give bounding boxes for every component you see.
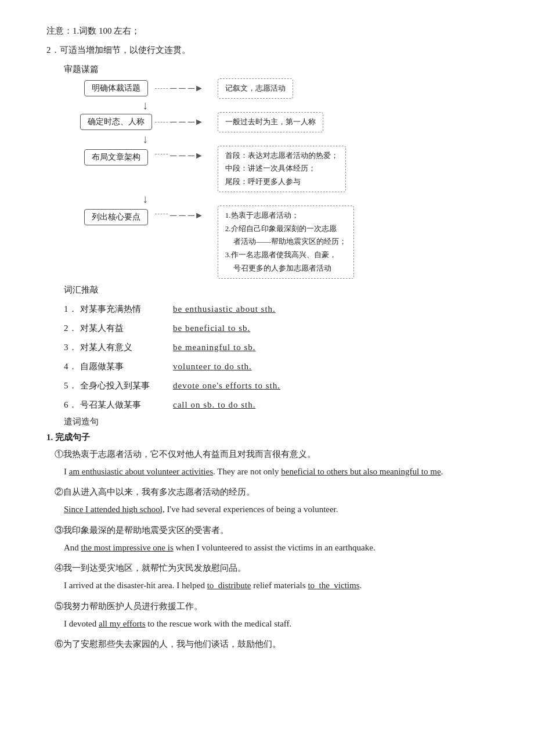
- vocab-cn-1: 对某事充满热情: [80, 301, 173, 317]
- flow-right-3-line3: 尾段：呼吁更多人参与: [225, 175, 338, 189]
- arrow-down-3-wrap: ↓: [78, 192, 456, 206]
- horiz-dash-4: [155, 214, 168, 214]
- vocab-list: 1． 对某事充满热情 be enthusiastic about sth. 2．…: [64, 301, 488, 413]
- sentence-5-en: I devoted all my efforts to the rescue w…: [46, 615, 488, 632]
- arrow-right-4: ─ ─ ─►: [170, 210, 204, 221]
- sentence-1-underline-1: am enthusiastic about volunteer activiti…: [69, 467, 213, 476]
- sentence-6-cn: ⑥为了安慰那些失去家园的人，我与他们谈话，鼓励他们。: [55, 636, 488, 652]
- arrow-down-3: ↓: [142, 192, 148, 206]
- sentence-3-cn: ③我印象最深的是帮助地震受灾区的受害者。: [55, 523, 488, 538]
- vocab-item-3: 3． 对某人有意义 be meaningful to sb.: [64, 340, 488, 355]
- sentence-4-underline-1: to distribute: [207, 581, 251, 590]
- sentence-2: ②自从进入高中以来，我有多次志愿者活动的经历。 Since I attended…: [46, 484, 488, 518]
- arrow-down-2: ↓: [142, 132, 148, 146]
- complete-title: 1. 完成句子: [46, 432, 488, 443]
- flow-box-2-wrap: 确定时态、人称: [78, 114, 154, 130]
- complete-sentences: 1. 完成句子 ①我热衷于志愿者活动，它不仅对他人有益而且对我而言很有意义。 I…: [46, 432, 488, 653]
- flow-right-2: 一般过去时为主，第一人称: [218, 112, 323, 132]
- arrow-right-3: ─ ─ ─►: [170, 150, 204, 161]
- shenti-title: 审题谋篇: [64, 64, 488, 75]
- sentence-2-cn: ②自从进入高中以来，我有多次志愿者活动的经历。: [55, 484, 488, 500]
- vocab-cn-3: 对某人有意义: [80, 340, 173, 355]
- horiz-dash-1: [155, 88, 168, 89]
- flow-box-3-wrap: 布局文章架构: [78, 146, 154, 165]
- vocab-item-6: 6． 号召某人做某事 call on sb. to do sth.: [64, 397, 488, 413]
- flow-right-4: 1.热衷于志愿者活动； 2.介绍自己印象最深刻的一次志愿 者活动——帮助地震灾区…: [218, 206, 354, 279]
- arrow-right-2: ─ ─ ─►: [170, 117, 204, 127]
- sentence-1-en: I am enthusiastic about volunteer activi…: [46, 463, 488, 480]
- flow-right-3-line2: 中段：讲述一次具体经历；: [225, 162, 338, 175]
- arrow-right-1: ─ ─ ─►: [170, 83, 204, 93]
- vocab-item-1: 1． 对某事充满热情 be enthusiastic about sth.: [64, 301, 488, 317]
- vocab-en-6: call on sb. to do sth.: [173, 397, 255, 413]
- sentence-1-cn: ①我热衷于志愿者活动，它不仅对他人有益而且对我而言很有意义。: [55, 447, 488, 462]
- vocab-cn-4: 自愿做某事: [80, 359, 173, 375]
- vocab-en-1: be enthusiastic about sth.: [173, 301, 276, 317]
- vocab-item-2: 2． 对某人有益 be beneficial to sb.: [64, 321, 488, 336]
- sentence-5-underline-1: all my efforts: [99, 619, 146, 628]
- sentence-6: ⑥为了安慰那些失去家园的人，我与他们谈话，鼓励他们。: [46, 636, 488, 652]
- flow-box-4: 列出核心要点: [84, 209, 148, 225]
- flow-box-3: 布局文章架构: [84, 149, 148, 165]
- horiz-dash-3: [155, 154, 168, 154]
- note-2: 2．可适当增加细节，以使行文连贯。: [46, 42, 488, 58]
- vocab-item-4: 4． 自愿做某事 volunteer to do sth.: [64, 359, 488, 375]
- flow-box-1-wrap: 明确体裁话题: [78, 80, 154, 96]
- vocab-en-4: volunteer to do sth.: [173, 359, 252, 375]
- flow-box-4-wrap: 列出核心要点: [78, 206, 154, 225]
- vocab-en-2: be beneficial to sb.: [173, 321, 250, 336]
- flow-right-4-line1: 1.热衷于志愿者活动；: [225, 209, 347, 222]
- flow-box-1: 明确体裁话题: [84, 80, 148, 96]
- vocab-num-3: 3．: [64, 340, 80, 355]
- flow-box-2: 确定时态、人称: [80, 114, 152, 130]
- flow-right-3-line1: 首段：表达对志愿者活动的热爱；: [225, 149, 338, 163]
- flow-row-2: 确定时态、人称 ─ ─ ─► 一般过去时为主，第一人称: [78, 112, 456, 132]
- sentence-3-underline-1: the most impressive one is: [81, 543, 174, 552]
- horiz-dash-2: [155, 122, 168, 123]
- sentence-1-underline-2: beneficial to others but also meaningful…: [281, 467, 441, 476]
- vocab-title: 词汇推敲: [64, 285, 488, 296]
- vocab-en-5: devote one's efforts to sth.: [173, 378, 280, 394]
- flow-row-3: 布局文章架构 ─ ─ ─► 首段：表达对志愿者活动的热爱； 中段：讲述一次具体经…: [78, 146, 456, 192]
- sentence-5-cn: ⑤我努力帮助医护人员进行救援工作。: [55, 599, 488, 614]
- flow-row-4: 列出核心要点 ─ ─ ─► 1.热衷于志愿者活动； 2.介绍自己印象最深刻的一次…: [78, 206, 456, 279]
- sentence-4-underline-2: to the victims: [308, 581, 359, 590]
- vocab-cn-5: 全身心投入到某事: [80, 378, 173, 394]
- sentence-4: ④我一到达受灾地区，就帮忙为灾民发放慰问品。 I arrived at the …: [46, 560, 488, 594]
- vocab-cn-2: 对某人有益: [80, 321, 173, 336]
- flow-right-4-line2: 2.介绍自己印象最深刻的一次志愿: [225, 222, 347, 236]
- sentence-4-en: I arrived at the disaster-hit area. I he…: [46, 577, 488, 594]
- note-1: 注意：1.词数 100 左右；: [46, 23, 488, 39]
- vocab-num-5: 5．: [64, 378, 80, 394]
- vocab-num-1: 1．: [64, 301, 80, 317]
- flow-row-1: 明确体裁话题 ─ ─ ─► 记叙文，志愿活动: [78, 78, 456, 99]
- vocab-num-6: 6．: [64, 397, 80, 413]
- flow-right-3: 首段：表达对志愿者活动的热爱； 中段：讲述一次具体经历； 尾段：呼吁更多人参与: [218, 146, 346, 192]
- sentence-3: ③我印象最深的是帮助地震受灾区的受害者。 And the most impres…: [46, 523, 488, 556]
- sentence-2-underline-1: Since I attended high school,: [64, 505, 165, 514]
- arrow-down-1: ↓: [142, 99, 148, 112]
- vocab-cn-6: 号召某人做某事: [80, 397, 173, 413]
- flowchart: 明确体裁话题 ─ ─ ─► 记叙文，志愿活动 ↓ 确定时态、人称 ─ ─ ─► …: [78, 78, 456, 279]
- page-container: 注意：1.词数 100 左右； 2．可适当增加细节，以使行文连贯。 审题谋篇 明…: [46, 23, 488, 652]
- flow-right-4-line4: 3.作一名志愿者使我高兴、自豪，: [225, 249, 347, 262]
- vocab-num-4: 4．: [64, 359, 80, 375]
- sentence-4-cn: ④我一到达受灾地区，就帮忙为灾民发放慰问品。: [55, 560, 488, 576]
- vocab-en-3: be meaningful to sb.: [173, 340, 255, 355]
- sentence-2-en: Since I attended high school, I've had s…: [46, 501, 488, 518]
- sentence-1: ①我热衷于志愿者活动，它不仅对他人有益而且对我而言很有意义。 I am enth…: [46, 447, 488, 480]
- flow-right-4-line5: 号召更多的人参加志愿者活动: [225, 262, 347, 275]
- vocab-item-5: 5． 全身心投入到某事 devote one's efforts to sth.: [64, 378, 488, 394]
- flow-right-1: 记叙文，志愿活动: [218, 78, 293, 99]
- arrow-down-1-wrap: ↓: [78, 99, 456, 112]
- sentence-3-en: And the most impressive one is when I vo…: [46, 539, 488, 556]
- arrow-down-2-wrap: ↓: [78, 132, 456, 146]
- zaoju-title: 遣词造句: [64, 416, 488, 427]
- sentence-5: ⑤我努力帮助医护人员进行救援工作。 I devoted all my effor…: [46, 599, 488, 632]
- vocab-num-2: 2．: [64, 321, 80, 336]
- flow-right-4-line3: 者活动——帮助地震灾区的经历；: [225, 235, 347, 249]
- notes-section: 注意：1.词数 100 左右； 2．可适当增加细节，以使行文连贯。: [46, 23, 488, 58]
